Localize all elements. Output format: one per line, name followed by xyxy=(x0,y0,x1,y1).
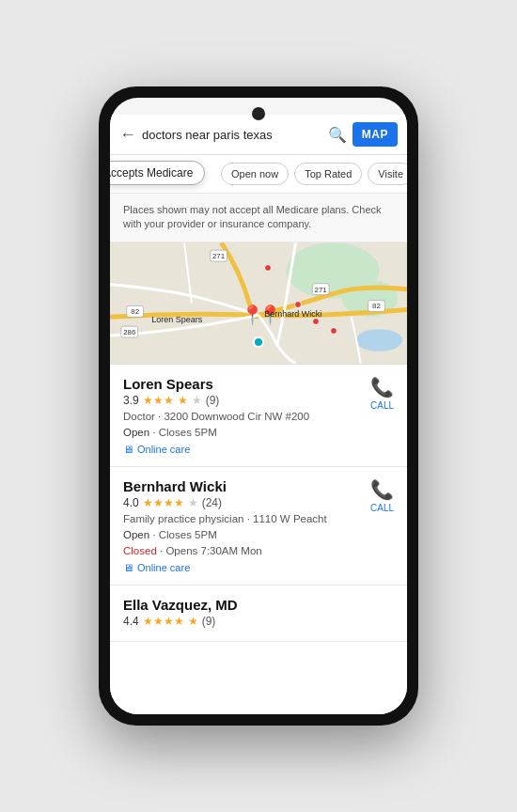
svg-text:271: 271 xyxy=(212,252,225,260)
open-label-loren: Open xyxy=(123,427,149,438)
rating-row-bernhard: 4.0 ★★★★ ★ (24) xyxy=(123,496,370,509)
review-count-loren: (9) xyxy=(206,394,220,407)
stars-half-loren: ★ xyxy=(178,394,188,407)
stars-filled-bernhard: ★★★★ xyxy=(143,496,184,509)
medicare-notice: Places shown may not accept all Medicare… xyxy=(110,194,407,242)
phone-frame: ← doctors near paris texas 🔍 MAP Accepts… xyxy=(99,86,418,726)
map-label-bernhard: Bernhard Wicki xyxy=(264,309,321,319)
phone-icon-loren: 📞 xyxy=(370,376,394,398)
search-icon[interactable]: 🔍 xyxy=(328,126,347,144)
map-dot-1 xyxy=(294,301,302,308)
map-thumbnail[interactable]: 82 271 271 82 286 xyxy=(110,242,407,365)
map-background: 82 271 271 82 286 xyxy=(110,242,407,364)
svg-point-2 xyxy=(356,329,402,351)
phone-icon-bernhard: 📞 xyxy=(370,478,394,501)
visited-chip[interactable]: Visite xyxy=(368,163,407,185)
rating-row-ella: 4.4 ★★★★ ★ (9) xyxy=(123,615,394,628)
main-content: Places shown may not accept all Medicare… xyxy=(110,194,407,714)
map-dot-3 xyxy=(330,327,337,335)
call-label-bernhard: CALL xyxy=(370,503,394,513)
call-button-loren[interactable]: 📞 CALL xyxy=(370,376,394,411)
online-care-loren: 🖥 Online care xyxy=(123,444,370,455)
review-count-bernhard: (24) xyxy=(202,496,222,509)
listing-bernhard-wicki: Bernhard Wicki 4.0 ★★★★ ★ (24) Family pr… xyxy=(110,467,407,586)
map-dot-2 xyxy=(312,318,320,325)
svg-text:82: 82 xyxy=(131,307,139,316)
top-rated-chip[interactable]: Top Rated xyxy=(294,163,362,185)
doctor-name-ella[interactable]: Ella Vazquez, MD xyxy=(123,597,394,613)
svg-text:286: 286 xyxy=(123,328,136,336)
rating-num-loren: 3.9 xyxy=(123,394,139,407)
listing-row-loren: Loren Spears 3.9 ★★★ ★ ★ (9) Doctor · 32… xyxy=(123,376,394,455)
stars-empty-loren: ★ xyxy=(192,394,202,407)
map-dot-teal xyxy=(253,336,264,348)
online-care-bernhard: 🖥 Online care xyxy=(123,562,370,573)
status-loren: Open · Closes 5PM xyxy=(123,425,370,440)
front-camera xyxy=(252,107,265,120)
doctor-name-loren[interactable]: Loren Spears xyxy=(123,376,370,392)
phone-screen: ← doctors near paris texas 🔍 MAP Accepts… xyxy=(110,98,407,714)
rating-num-ella: 4.4 xyxy=(123,615,139,628)
status-bernhard: Open · Closes 5PM xyxy=(123,527,370,542)
map-label-loren: Loren Spears xyxy=(151,315,202,324)
review-count-ella: (9) xyxy=(202,615,216,628)
closed-label-bernhard: Closed xyxy=(123,545,157,556)
type-address-bernhard: Family practice physician · 1110 W Peach… xyxy=(123,511,370,526)
listing-info-loren: Loren Spears 3.9 ★★★ ★ ★ (9) Doctor · 32… xyxy=(123,376,370,455)
rating-num-bernhard: 4.0 xyxy=(123,496,139,509)
listing-loren-spears: Loren Spears 3.9 ★★★ ★ ★ (9) Doctor · 32… xyxy=(110,365,407,467)
stars-filled-loren: ★★★ xyxy=(143,394,174,407)
listing-row-bernhard: Bernhard Wicki 4.0 ★★★★ ★ (24) Family pr… xyxy=(123,478,394,573)
back-button[interactable]: ← xyxy=(119,125,136,145)
accepts-medicare-chip[interactable]: Accepts Medicare xyxy=(110,161,205,185)
call-button-bernhard[interactable]: 📞 CALL xyxy=(370,478,394,513)
stars-filled-ella: ★★★★ xyxy=(143,615,184,628)
online-care-icon-loren: 🖥 xyxy=(123,444,133,455)
filter-row: Accepts Medicare Open now Top Rated Visi… xyxy=(110,155,407,194)
stars-empty-bernhard: ★ xyxy=(188,496,198,509)
doctor-name-bernhard[interactable]: Bernhard Wicki xyxy=(123,478,370,494)
stars-half-ella: ★ xyxy=(188,615,198,628)
search-query-text: doctors near paris texas xyxy=(142,128,322,142)
call-label-loren: CALL xyxy=(370,400,394,411)
svg-text:82: 82 xyxy=(372,302,381,310)
search-bar: ← doctors near paris texas 🔍 MAP xyxy=(110,115,407,155)
filter-chips: Open now Top Rated Visite xyxy=(221,163,407,185)
open-label-bernhard: Open xyxy=(123,529,149,540)
rating-row-loren: 3.9 ★★★ ★ ★ (9) xyxy=(123,394,370,407)
map-button[interactable]: MAP xyxy=(352,122,398,147)
svg-text:271: 271 xyxy=(315,285,327,293)
listing-ella-vazquez: Ella Vazquez, MD 4.4 ★★★★ ★ (9) xyxy=(110,586,407,642)
online-care-icon-bernhard: 🖥 xyxy=(123,562,133,573)
listing-info-bernhard: Bernhard Wicki 4.0 ★★★★ ★ (24) Family pr… xyxy=(123,478,370,573)
closed-row-bernhard: Closed · Opens 7:30AM Mon xyxy=(123,543,370,558)
type-address-loren: Doctor · 3200 Downwood Cir NW #200 xyxy=(123,409,370,424)
open-now-chip[interactable]: Open now xyxy=(221,163,289,185)
